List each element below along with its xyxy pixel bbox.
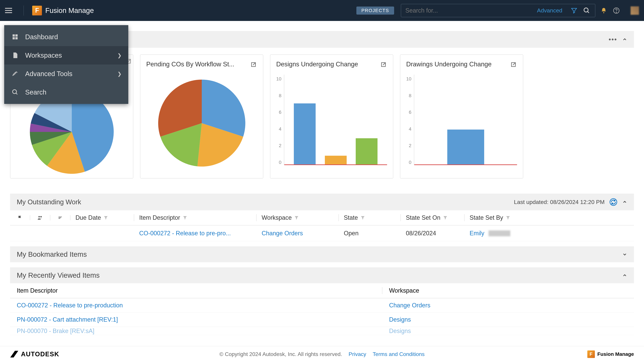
footer: AUTODESK © Copyright 2024 Autodesk, Inc.… — [0, 346, 644, 362]
filter-icon[interactable] — [506, 215, 510, 220]
avatar[interactable] — [630, 6, 639, 15]
search-icon — [11, 88, 19, 96]
search-box[interactable]: Advanced — [401, 4, 595, 17]
pie-chart — [146, 75, 257, 172]
launch-icon[interactable] — [250, 61, 257, 68]
workspace-link[interactable]: Change Orders — [256, 230, 339, 237]
projects-button[interactable]: PROJECTS — [356, 6, 394, 14]
refresh-icon[interactable] — [610, 198, 617, 206]
filter-icon[interactable] — [104, 215, 108, 220]
report-card: Drawings Undergoing Change 1086420 — [400, 54, 523, 178]
bar — [325, 156, 347, 164]
chevron-up-icon[interactable] — [622, 273, 627, 278]
svg-point-2 — [603, 12, 604, 13]
main-menu-dropdown: Dashboard Workspaces ❯ Advanced Tools ❯ … — [4, 25, 128, 104]
svg-point-9 — [12, 90, 16, 93]
chevron-down-icon[interactable] — [622, 252, 627, 257]
state-cell: Open — [339, 230, 401, 237]
filter-icon[interactable] — [443, 215, 448, 220]
menu-item-advanced-tools[interactable]: Advanced Tools ❯ — [4, 64, 128, 83]
menu-label: Dashboard — [25, 33, 58, 41]
recent-header[interactable]: My Recently Viewed Items — [10, 267, 634, 283]
bar — [294, 103, 316, 164]
table-row[interactable]: PN-000072 - Cart attachment [REV:1] Desi… — [10, 313, 634, 327]
search-input[interactable] — [405, 7, 537, 14]
item-link[interactable]: CO-000272 - Release to pre-pro... — [134, 230, 256, 237]
bell-icon[interactable] — [600, 6, 608, 15]
outstanding-work-header: My Outstanding Work Last updated: 08/26/… — [10, 194, 634, 210]
search-icon[interactable] — [582, 6, 591, 15]
workspace-link[interactable]: Designs — [382, 328, 634, 335]
col-header[interactable]: State Set On — [401, 214, 464, 221]
card-title: Designs Undergoing Change — [276, 61, 387, 68]
workspace-link[interactable]: Change Orders — [382, 302, 634, 309]
launch-icon[interactable] — [510, 61, 517, 68]
redacted-name — [488, 230, 510, 236]
document-icon — [11, 51, 19, 59]
col-header[interactable]: Due Date — [70, 214, 134, 221]
menu-item-search[interactable]: Search — [4, 83, 128, 101]
help-icon[interactable] — [612, 6, 620, 15]
bar-chart: 1086420 — [276, 75, 387, 172]
y-axis: 1086420 — [276, 76, 284, 165]
bar — [447, 130, 484, 164]
chevron-up-icon[interactable] — [622, 199, 627, 204]
tools-icon — [11, 69, 19, 78]
outstanding-table-header: Due Date Item Descriptor Workspace State… — [10, 210, 634, 225]
col-header[interactable]: Workspace — [256, 214, 339, 221]
svg-point-0 — [584, 8, 588, 12]
more-icon[interactable]: ••• — [608, 36, 617, 43]
priority-col-header[interactable] — [50, 215, 70, 220]
flag-col-header[interactable] — [10, 215, 30, 220]
card-title: Pending COs By Workflow St... — [146, 61, 257, 68]
launch-icon[interactable] — [380, 61, 387, 68]
terms-link[interactable]: Terms and Conditions — [373, 351, 424, 357]
divider — [24, 5, 24, 15]
user-link[interactable]: Emily — [464, 230, 634, 237]
bar — [356, 138, 378, 164]
item-link[interactable]: CO-000272 - Release to pre-production — [10, 302, 382, 309]
filter-icon[interactable] — [570, 6, 578, 15]
col-header[interactable]: Item Descriptor — [134, 214, 256, 221]
date-cell: 08/26/2024 — [401, 230, 464, 237]
advanced-search-link[interactable]: Advanced — [537, 7, 562, 14]
bar-chart: 1086420 — [406, 75, 517, 172]
menu-item-workspaces[interactable]: Workspaces ❯ — [4, 46, 128, 64]
bookmarked-header[interactable]: My Bookmarked Items — [10, 246, 634, 262]
col-header[interactable]: Workspace — [382, 287, 634, 294]
item-link[interactable]: PN-000072 - Cart attachment [REV:1] — [10, 316, 382, 323]
svg-rect-7 — [12, 37, 15, 39]
menu-toggle-button[interactable] — [5, 6, 14, 15]
privacy-link[interactable]: Privacy — [349, 351, 366, 357]
section-title: My Bookmarked Items — [17, 250, 87, 258]
item-link[interactable]: PN-000070 - Brake [REV:sA] — [10, 328, 382, 335]
brand-logo-icon: F — [587, 351, 595, 358]
table-row[interactable]: CO-000272 - Release to pre-production Ch… — [10, 298, 634, 313]
col-header[interactable]: State — [339, 214, 401, 221]
topbar: F Fusion Manage PROJECTS Advanced — [0, 0, 644, 21]
menu-label: Workspaces — [25, 52, 62, 59]
section-title: My Recently Viewed Items — [17, 271, 100, 279]
chevron-up-icon[interactable] — [622, 37, 627, 42]
svg-point-15 — [38, 216, 40, 218]
chevron-right-icon: ❯ — [118, 52, 122, 58]
table-row[interactable]: CO-000272 - Release to pre-pro... Change… — [10, 225, 634, 241]
svg-rect-8 — [16, 37, 18, 39]
menu-label: Search — [25, 88, 46, 96]
brand-name: Fusion Manage — [45, 6, 94, 14]
menu-item-dashboard[interactable]: Dashboard — [4, 28, 128, 46]
card-title: Drawings Undergoing Change — [406, 61, 517, 68]
col-header[interactable]: Item Descriptor — [10, 287, 382, 294]
filter-icon[interactable] — [360, 215, 365, 220]
filter-icon[interactable] — [294, 215, 299, 220]
footer-center: © Copyright 2024 Autodesk, Inc. All righ… — [219, 351, 425, 357]
users-col-header[interactable] — [30, 215, 50, 221]
svg-point-4 — [616, 12, 617, 12]
copyright: © Copyright 2024 Autodesk, Inc. All righ… — [219, 351, 342, 357]
col-header[interactable]: State Set By — [464, 214, 634, 221]
report-card: Pending COs By Workflow St... — [140, 54, 263, 178]
workspace-link[interactable]: Designs — [382, 316, 634, 323]
filter-icon[interactable] — [183, 215, 187, 220]
footer-brand: F Fusion Manage — [587, 351, 634, 358]
table-row[interactable]: PN-000070 - Brake [REV:sA] Designs — [10, 327, 634, 335]
